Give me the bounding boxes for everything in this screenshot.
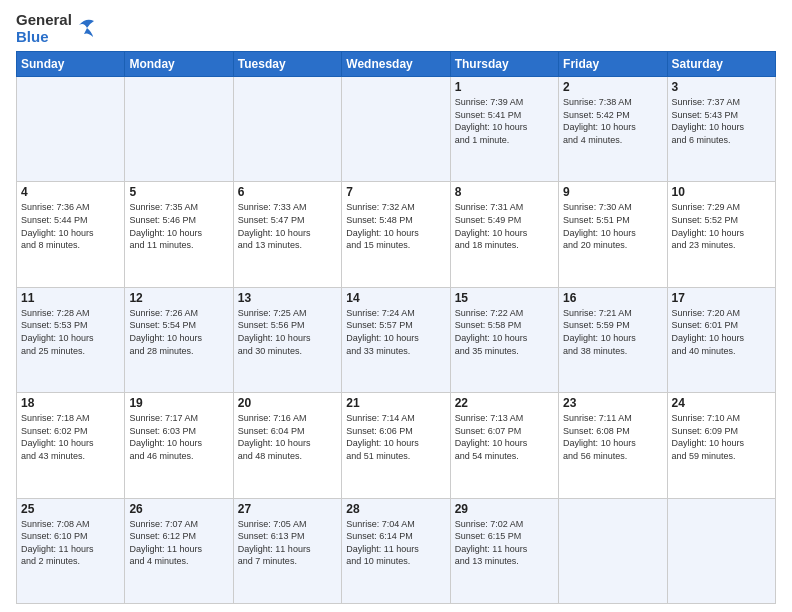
day-number: 11 [21,291,120,305]
day-info: Sunrise: 7:22 AM Sunset: 5:58 PM Dayligh… [455,307,554,357]
calendar-cell: 23Sunrise: 7:11 AM Sunset: 6:08 PM Dayli… [559,393,667,498]
calendar-cell: 20Sunrise: 7:16 AM Sunset: 6:04 PM Dayli… [233,393,341,498]
calendar-cell: 29Sunrise: 7:02 AM Sunset: 6:15 PM Dayli… [450,498,558,603]
logo-general-text: General [16,12,72,29]
logo-bird-icon [75,15,97,43]
calendar-header-row: SundayMondayTuesdayWednesdayThursdayFrid… [17,52,776,77]
day-info: Sunrise: 7:05 AM Sunset: 6:13 PM Dayligh… [238,518,337,568]
day-number: 18 [21,396,120,410]
calendar-cell: 22Sunrise: 7:13 AM Sunset: 6:07 PM Dayli… [450,393,558,498]
calendar-cell: 4Sunrise: 7:36 AM Sunset: 5:44 PM Daylig… [17,182,125,287]
calendar-cell: 19Sunrise: 7:17 AM Sunset: 6:03 PM Dayli… [125,393,233,498]
week-row-5: 25Sunrise: 7:08 AM Sunset: 6:10 PM Dayli… [17,498,776,603]
calendar-cell [17,77,125,182]
day-number: 21 [346,396,445,410]
day-info: Sunrise: 7:35 AM Sunset: 5:46 PM Dayligh… [129,201,228,251]
header-monday: Monday [125,52,233,77]
day-info: Sunrise: 7:16 AM Sunset: 6:04 PM Dayligh… [238,412,337,462]
day-info: Sunrise: 7:26 AM Sunset: 5:54 PM Dayligh… [129,307,228,357]
header-sunday: Sunday [17,52,125,77]
calendar-cell: 15Sunrise: 7:22 AM Sunset: 5:58 PM Dayli… [450,287,558,392]
calendar-cell: 17Sunrise: 7:20 AM Sunset: 6:01 PM Dayli… [667,287,775,392]
day-info: Sunrise: 7:31 AM Sunset: 5:49 PM Dayligh… [455,201,554,251]
calendar-cell: 11Sunrise: 7:28 AM Sunset: 5:53 PM Dayli… [17,287,125,392]
day-info: Sunrise: 7:36 AM Sunset: 5:44 PM Dayligh… [21,201,120,251]
header-wednesday: Wednesday [342,52,450,77]
day-number: 17 [672,291,771,305]
calendar-cell [233,77,341,182]
day-number: 2 [563,80,662,94]
day-number: 15 [455,291,554,305]
calendar-cell: 2Sunrise: 7:38 AM Sunset: 5:42 PM Daylig… [559,77,667,182]
day-number: 4 [21,185,120,199]
week-row-4: 18Sunrise: 7:18 AM Sunset: 6:02 PM Dayli… [17,393,776,498]
header-saturday: Saturday [667,52,775,77]
day-number: 14 [346,291,445,305]
day-info: Sunrise: 7:20 AM Sunset: 6:01 PM Dayligh… [672,307,771,357]
day-info: Sunrise: 7:13 AM Sunset: 6:07 PM Dayligh… [455,412,554,462]
day-number: 19 [129,396,228,410]
day-number: 16 [563,291,662,305]
week-row-3: 11Sunrise: 7:28 AM Sunset: 5:53 PM Dayli… [17,287,776,392]
day-info: Sunrise: 7:08 AM Sunset: 6:10 PM Dayligh… [21,518,120,568]
day-number: 22 [455,396,554,410]
day-info: Sunrise: 7:37 AM Sunset: 5:43 PM Dayligh… [672,96,771,146]
day-number: 23 [563,396,662,410]
calendar-cell: 13Sunrise: 7:25 AM Sunset: 5:56 PM Dayli… [233,287,341,392]
day-info: Sunrise: 7:32 AM Sunset: 5:48 PM Dayligh… [346,201,445,251]
calendar-cell: 7Sunrise: 7:32 AM Sunset: 5:48 PM Daylig… [342,182,450,287]
day-info: Sunrise: 7:07 AM Sunset: 6:12 PM Dayligh… [129,518,228,568]
day-number: 24 [672,396,771,410]
day-info: Sunrise: 7:02 AM Sunset: 6:15 PM Dayligh… [455,518,554,568]
day-info: Sunrise: 7:04 AM Sunset: 6:14 PM Dayligh… [346,518,445,568]
calendar-cell [342,77,450,182]
day-info: Sunrise: 7:38 AM Sunset: 5:42 PM Dayligh… [563,96,662,146]
day-number: 13 [238,291,337,305]
day-info: Sunrise: 7:21 AM Sunset: 5:59 PM Dayligh… [563,307,662,357]
day-info: Sunrise: 7:25 AM Sunset: 5:56 PM Dayligh… [238,307,337,357]
header: General Blue [16,12,776,45]
day-number: 6 [238,185,337,199]
day-info: Sunrise: 7:33 AM Sunset: 5:47 PM Dayligh… [238,201,337,251]
day-number: 1 [455,80,554,94]
calendar-cell: 5Sunrise: 7:35 AM Sunset: 5:46 PM Daylig… [125,182,233,287]
header-thursday: Thursday [450,52,558,77]
day-info: Sunrise: 7:10 AM Sunset: 6:09 PM Dayligh… [672,412,771,462]
calendar-cell: 9Sunrise: 7:30 AM Sunset: 5:51 PM Daylig… [559,182,667,287]
day-number: 26 [129,502,228,516]
calendar-cell: 16Sunrise: 7:21 AM Sunset: 5:59 PM Dayli… [559,287,667,392]
day-number: 12 [129,291,228,305]
calendar-cell: 12Sunrise: 7:26 AM Sunset: 5:54 PM Dayli… [125,287,233,392]
calendar-cell [559,498,667,603]
calendar-cell: 28Sunrise: 7:04 AM Sunset: 6:14 PM Dayli… [342,498,450,603]
calendar-cell: 25Sunrise: 7:08 AM Sunset: 6:10 PM Dayli… [17,498,125,603]
calendar-cell: 14Sunrise: 7:24 AM Sunset: 5:57 PM Dayli… [342,287,450,392]
day-number: 27 [238,502,337,516]
day-number: 9 [563,185,662,199]
calendar-cell [125,77,233,182]
header-tuesday: Tuesday [233,52,341,77]
calendar-cell: 1Sunrise: 7:39 AM Sunset: 5:41 PM Daylig… [450,77,558,182]
day-number: 29 [455,502,554,516]
calendar-cell: 8Sunrise: 7:31 AM Sunset: 5:49 PM Daylig… [450,182,558,287]
day-number: 20 [238,396,337,410]
day-number: 10 [672,185,771,199]
day-number: 7 [346,185,445,199]
calendar-cell: 6Sunrise: 7:33 AM Sunset: 5:47 PM Daylig… [233,182,341,287]
day-number: 8 [455,185,554,199]
calendar-table: SundayMondayTuesdayWednesdayThursdayFrid… [16,51,776,604]
calendar-cell [667,498,775,603]
calendar-cell: 10Sunrise: 7:29 AM Sunset: 5:52 PM Dayli… [667,182,775,287]
calendar-cell: 24Sunrise: 7:10 AM Sunset: 6:09 PM Dayli… [667,393,775,498]
day-info: Sunrise: 7:17 AM Sunset: 6:03 PM Dayligh… [129,412,228,462]
logo: General Blue [16,12,97,45]
day-info: Sunrise: 7:30 AM Sunset: 5:51 PM Dayligh… [563,201,662,251]
page: General Blue SundayMondayTuesdayWednesda… [0,0,792,612]
header-friday: Friday [559,52,667,77]
calendar-cell: 27Sunrise: 7:05 AM Sunset: 6:13 PM Dayli… [233,498,341,603]
day-number: 28 [346,502,445,516]
day-info: Sunrise: 7:39 AM Sunset: 5:41 PM Dayligh… [455,96,554,146]
week-row-2: 4Sunrise: 7:36 AM Sunset: 5:44 PM Daylig… [17,182,776,287]
day-info: Sunrise: 7:24 AM Sunset: 5:57 PM Dayligh… [346,307,445,357]
day-number: 5 [129,185,228,199]
